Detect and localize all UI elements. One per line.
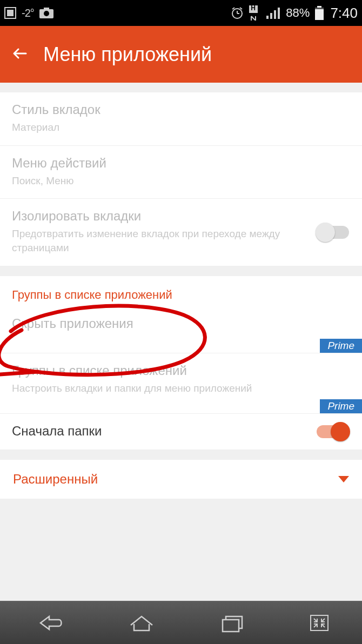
toggle-folders-first[interactable]	[317, 425, 349, 438]
svg-rect-13	[274, 10, 276, 19]
system-nav-bar	[0, 601, 362, 644]
setting-subtitle: Настроить вкладки и папки для меню прило…	[12, 381, 350, 395]
advanced-expand[interactable]: Расширенный	[0, 460, 362, 499]
setting-title: Изолировать вкладки	[12, 209, 303, 224]
svg-rect-1	[7, 10, 14, 16]
setting-drawer-groups[interactable]: Группы в списке приложений Настроить вкл…	[0, 353, 362, 414]
svg-line-8	[232, 8, 234, 9]
app-bar: Меню приложений	[0, 26, 362, 83]
setting-hide-apps[interactable]: Скрыть приложения Prime	[0, 306, 362, 353]
camera-icon	[39, 8, 53, 18]
svg-rect-11	[266, 16, 269, 19]
setting-isolate-tabs[interactable]: Изолировать вкладки Предотвратить измене…	[0, 199, 362, 266]
svg-rect-3	[44, 8, 49, 10]
nav-collapse-icon[interactable]	[307, 612, 331, 634]
setting-tab-style[interactable]: Стиль вкладок Материал	[0, 92, 362, 146]
nav-home-icon[interactable]	[126, 612, 157, 634]
nav-recents-icon[interactable]	[218, 612, 246, 634]
setting-subtitle: Поиск, Меню	[12, 174, 350, 188]
setting-title: Скрыть приложения	[12, 316, 350, 331]
page-title: Меню приложений	[43, 43, 212, 66]
prime-badge: Prime	[320, 399, 362, 413]
svg-point-4	[44, 11, 49, 16]
battery-icon	[315, 6, 324, 20]
svg-line-9	[240, 8, 242, 9]
status-bar: -2° H 88% 7:40	[0, 0, 362, 26]
section-header-drawer-groups: Группы в списке приложений	[0, 276, 362, 306]
setting-subtitle: Предотвратить изменение вкладок при пере…	[12, 227, 303, 254]
setting-title: Меню действий	[12, 156, 350, 171]
alarm-icon	[231, 6, 244, 19]
svg-rect-14	[278, 8, 280, 19]
chevron-down-icon	[338, 476, 349, 482]
back-icon[interactable]	[11, 44, 29, 65]
clock-readout: 7:40	[330, 5, 358, 22]
setting-title: Сначала папки	[12, 424, 350, 439]
battery-percentage: 88%	[286, 6, 310, 20]
svg-rect-16	[317, 6, 321, 8]
setting-action-menu[interactable]: Меню действий Поиск, Меню	[0, 146, 362, 199]
square-icon	[4, 7, 16, 19]
nav-back-icon[interactable]	[31, 612, 65, 634]
network-type-badge: H	[249, 5, 261, 21]
svg-rect-12	[270, 13, 272, 19]
temperature-readout: -2°	[22, 7, 34, 19]
setting-title: Группы в списке приложений	[12, 363, 350, 378]
prime-badge: Prime	[320, 339, 362, 353]
advanced-label: Расширенный	[13, 472, 98, 487]
svg-rect-19	[223, 620, 239, 632]
setting-folders-first[interactable]: Сначала папки	[0, 414, 362, 450]
svg-rect-20	[311, 615, 328, 630]
svg-rect-17	[315, 8, 324, 9]
setting-subtitle: Материал	[12, 120, 350, 135]
toggle-isolate-tabs[interactable]	[317, 226, 349, 239]
setting-title: Стиль вкладок	[12, 102, 350, 117]
signal-icon	[266, 7, 280, 19]
svg-rect-15	[315, 8, 324, 20]
